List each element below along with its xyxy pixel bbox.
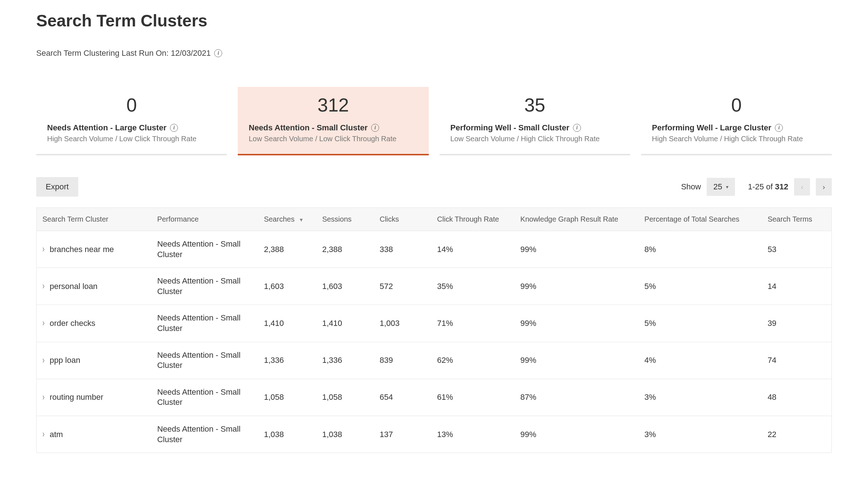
cell-pct: 5% xyxy=(639,305,762,342)
info-icon[interactable]: i xyxy=(775,124,783,132)
cell-cluster[interactable]: ›order checks xyxy=(37,305,151,342)
info-icon[interactable]: i xyxy=(371,124,379,132)
card-subtitle: Low Search Volume / Low Click Through Ra… xyxy=(241,135,425,143)
card-title: Performing Well - Large Cluster xyxy=(652,123,772,133)
cell-pct: 4% xyxy=(639,342,762,379)
cell-performance: Needs Attention - Small Cluster xyxy=(151,379,258,416)
last-run-label: Search Term Clustering Last Run On: 12/0… xyxy=(36,49,211,58)
cell-clicks: 572 xyxy=(374,268,431,305)
cell-cluster[interactable]: ›atm xyxy=(37,416,151,453)
cell-kg: 99% xyxy=(515,231,639,268)
summary-cards: 0Needs Attention - Large ClusteriHigh Se… xyxy=(36,87,832,155)
cluster-name: ppp loan xyxy=(50,356,80,365)
cell-cluster[interactable]: ›personal loan xyxy=(37,268,151,305)
chevron-right-icon[interactable]: › xyxy=(42,244,45,255)
cell-sessions: 1,336 xyxy=(316,342,374,379)
cell-clicks: 137 xyxy=(374,416,431,453)
toolbar: Export Show 25 ▾ 1-25 of 312 ‹ › xyxy=(36,177,832,197)
table-row: ›ppp loanNeeds Attention - Small Cluster… xyxy=(37,342,832,379)
card-subtitle: High Search Volume / High Click Through … xyxy=(645,135,828,143)
cell-kg: 99% xyxy=(515,416,639,453)
chevron-left-icon: ‹ xyxy=(801,183,803,191)
cluster-name: routing number xyxy=(50,393,103,402)
cell-searches: 1,410 xyxy=(258,305,316,342)
card-title: Needs Attention - Small Cluster xyxy=(249,123,367,133)
card-title-row: Performing Well - Small Clusteri xyxy=(443,123,627,133)
chevron-right-icon[interactable]: › xyxy=(42,429,45,440)
cell-terms: 39 xyxy=(762,305,832,342)
card-value: 0 xyxy=(40,94,223,116)
cell-kg: 99% xyxy=(515,305,639,342)
col-header-terms[interactable]: Search Terms xyxy=(762,208,832,231)
page-size-select[interactable]: 25 ▾ xyxy=(707,178,735,196)
card-subtitle: High Search Volume / Low Click Through R… xyxy=(40,135,223,143)
summary-card[interactable]: 0Performing Well - Large ClusteriHigh Se… xyxy=(641,87,832,155)
cell-kg: 99% xyxy=(515,268,639,305)
cell-terms: 74 xyxy=(762,342,832,379)
cell-terms: 22 xyxy=(762,416,832,453)
cell-sessions: 1,038 xyxy=(316,416,374,453)
cell-sessions: 1,410 xyxy=(316,305,374,342)
card-value: 312 xyxy=(241,94,425,116)
col-header-clicks[interactable]: Clicks xyxy=(374,208,431,231)
export-button[interactable]: Export xyxy=(36,177,78,197)
cell-pct: 8% xyxy=(639,231,762,268)
table-row: ›routing numberNeeds Attention - Small C… xyxy=(37,379,832,416)
cell-ctr: 14% xyxy=(431,231,515,268)
col-header-searches[interactable]: Searches ▼ xyxy=(258,208,316,231)
cell-searches: 1,058 xyxy=(258,379,316,416)
cell-clicks: 654 xyxy=(374,379,431,416)
cell-searches: 1,038 xyxy=(258,416,316,453)
page-range-total: 312 xyxy=(775,182,788,191)
cell-cluster[interactable]: ›ppp loan xyxy=(37,342,151,379)
cell-terms: 48 xyxy=(762,379,832,416)
col-header-performance[interactable]: Performance xyxy=(151,208,258,231)
col-header-ctr[interactable]: Click Through Rate xyxy=(431,208,515,231)
chevron-right-icon[interactable]: › xyxy=(42,281,45,292)
cell-cluster[interactable]: ›routing number xyxy=(37,379,151,416)
cell-pct: 3% xyxy=(639,379,762,416)
summary-card[interactable]: 0Needs Attention - Large ClusteriHigh Se… xyxy=(36,87,227,155)
table-row: ›atmNeeds Attention - Small Cluster1,038… xyxy=(37,416,832,453)
card-subtitle: Low Search Volume / High Click Through R… xyxy=(443,135,627,143)
cell-sessions: 2,388 xyxy=(316,231,374,268)
cluster-table: Search Term Cluster Performance Searches… xyxy=(36,207,832,453)
page-range-of: of xyxy=(764,182,775,191)
col-header-cluster[interactable]: Search Term Cluster xyxy=(37,208,151,231)
cell-performance: Needs Attention - Small Cluster xyxy=(151,305,258,342)
cell-ctr: 62% xyxy=(431,342,515,379)
cell-ctr: 61% xyxy=(431,379,515,416)
chevron-right-icon[interactable]: › xyxy=(42,392,45,403)
summary-card[interactable]: 312Needs Attention - Small ClusteriLow S… xyxy=(238,87,428,155)
cell-ctr: 71% xyxy=(431,305,515,342)
cell-performance: Needs Attention - Small Cluster xyxy=(151,416,258,453)
info-icon[interactable]: i xyxy=(214,49,222,57)
card-title-row: Needs Attention - Small Clusteri xyxy=(241,123,425,133)
chevron-right-icon[interactable]: › xyxy=(42,318,45,328)
table-header-row: Search Term Cluster Performance Searches… xyxy=(37,208,832,231)
col-header-pct-total[interactable]: Percentage of Total Searches xyxy=(639,208,762,231)
page-range-current: 1-25 xyxy=(748,182,764,191)
next-page-button[interactable]: › xyxy=(816,178,832,196)
chevron-right-icon[interactable]: › xyxy=(42,355,45,365)
col-header-sessions[interactable]: Sessions xyxy=(316,208,374,231)
cell-performance: Needs Attention - Small Cluster xyxy=(151,268,258,305)
card-title: Needs Attention - Large Cluster xyxy=(47,123,166,133)
col-header-kg[interactable]: Knowledge Graph Result Rate xyxy=(515,208,639,231)
cell-terms: 53 xyxy=(762,231,832,268)
prev-page-button[interactable]: ‹ xyxy=(794,178,810,196)
info-icon[interactable]: i xyxy=(170,124,178,132)
cell-ctr: 13% xyxy=(431,416,515,453)
cell-kg: 99% xyxy=(515,342,639,379)
col-header-searches-label: Searches xyxy=(264,215,295,223)
cell-clicks: 338 xyxy=(374,231,431,268)
summary-card[interactable]: 35Performing Well - Small ClusteriLow Se… xyxy=(440,87,630,155)
cell-performance: Needs Attention - Small Cluster xyxy=(151,342,258,379)
sort-desc-icon: ▼ xyxy=(299,217,304,223)
show-label: Show xyxy=(681,182,701,192)
page-range: 1-25 of 312 xyxy=(748,182,788,192)
cell-sessions: 1,058 xyxy=(316,379,374,416)
info-icon[interactable]: i xyxy=(573,124,581,132)
cell-cluster[interactable]: ›branches near me xyxy=(37,231,151,268)
cell-clicks: 839 xyxy=(374,342,431,379)
